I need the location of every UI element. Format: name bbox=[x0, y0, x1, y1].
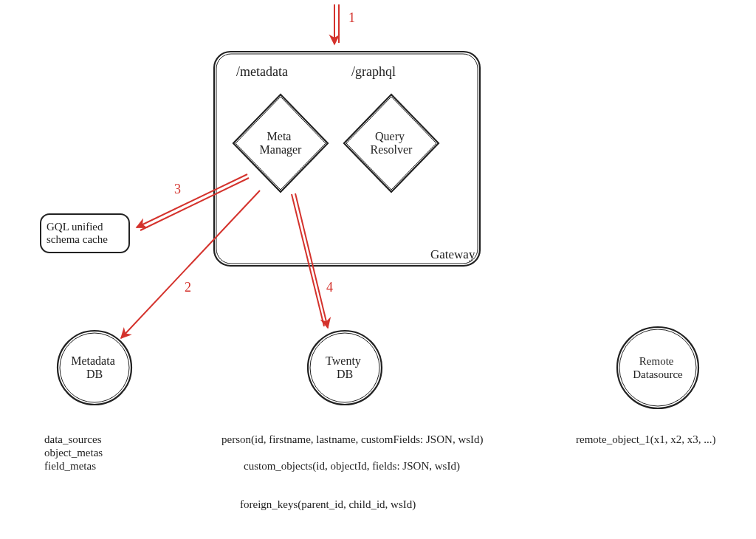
query-resolver-l2: Resolver bbox=[371, 143, 413, 156]
metadata-schema-l3: field_metas bbox=[44, 460, 96, 472]
arrow-2: 2 bbox=[121, 190, 260, 338]
remote-datasource-node: Remote Datasource bbox=[617, 327, 698, 408]
svg-text:Twenty
      DB: Twenty DB bbox=[326, 354, 364, 380]
metadata-schema-l2: object_metas bbox=[44, 447, 103, 459]
arrow-4-label: 4 bbox=[326, 280, 333, 295]
remote-ds-l1: Remote bbox=[639, 355, 674, 367]
twenty-db-l2: DB bbox=[337, 368, 353, 380]
query-resolver-node: Query Resolver bbox=[344, 95, 439, 192]
svg-line-17 bbox=[137, 174, 247, 227]
remote-schema: remote_object_1(x1, x2, x3, ...) bbox=[576, 433, 716, 446]
endpoint-graphql: /graphql bbox=[351, 64, 396, 79]
twenty-db-l1: Twenty bbox=[326, 354, 361, 368]
svg-rect-0 bbox=[214, 52, 480, 266]
gql-cache-box: GQL unified schema cache bbox=[41, 214, 129, 253]
arrow-1-label: 1 bbox=[348, 10, 355, 25]
gql-cache-l1: GQL unified bbox=[47, 221, 103, 233]
gateway-container: Gateway bbox=[214, 52, 480, 266]
twenty-schema-fk: foreign_keys(parent_id, child_id, wsId) bbox=[240, 498, 416, 511]
arrow-2-label: 2 bbox=[185, 280, 191, 295]
endpoint-metadata: /metadata bbox=[236, 64, 288, 79]
metadata-db-node: Metadata DB bbox=[58, 331, 131, 405]
remote-ds-l2: Datasource bbox=[633, 368, 683, 380]
svg-point-12 bbox=[617, 327, 698, 408]
arrow-3-label: 3 bbox=[174, 182, 181, 196]
metadata-db-l2: DB bbox=[86, 368, 103, 380]
meta-manager-l1: Meta bbox=[267, 130, 292, 143]
svg-line-21 bbox=[292, 194, 324, 326]
query-resolver-l1: Query bbox=[375, 130, 405, 143]
arrow-4: 4 bbox=[292, 193, 333, 328]
meta-manager-l2: Manager bbox=[260, 143, 303, 157]
gateway-label: Gateway bbox=[430, 247, 475, 261]
twenty-schema-custom: custom_objects(id, objectId, fields: JSO… bbox=[244, 460, 460, 473]
svg-rect-1 bbox=[216, 54, 478, 264]
svg-text:Metadata
      DB: Metadata DB bbox=[71, 354, 118, 380]
meta-manager-node: Meta Manager bbox=[233, 95, 328, 192]
arrow-3: 3 bbox=[137, 174, 249, 230]
twenty-schema-person: person(id, firstname, lastname, customFi… bbox=[221, 433, 484, 446]
svg-text:Query
      Resolver: Query Resolver bbox=[371, 130, 413, 156]
svg-line-18 bbox=[140, 178, 249, 230]
svg-line-20 bbox=[295, 193, 328, 328]
svg-point-13 bbox=[619, 329, 696, 406]
metadata-schema-l1: data_sources bbox=[44, 433, 102, 445]
svg-line-19 bbox=[121, 190, 260, 338]
arrow-1: 1 bbox=[334, 4, 355, 44]
twenty-db-node: Twenty DB bbox=[308, 331, 382, 405]
metadata-db-l1: Metadata bbox=[71, 354, 115, 367]
svg-text:Remote
      Datasource: Remote Datasource bbox=[633, 355, 683, 380]
svg-text:Meta
      Manager: Meta Manager bbox=[260, 130, 303, 157]
svg-text:GQL unified
      schema cache: GQL unified schema cache bbox=[47, 221, 108, 245]
gql-cache-l2: schema cache bbox=[47, 233, 108, 245]
